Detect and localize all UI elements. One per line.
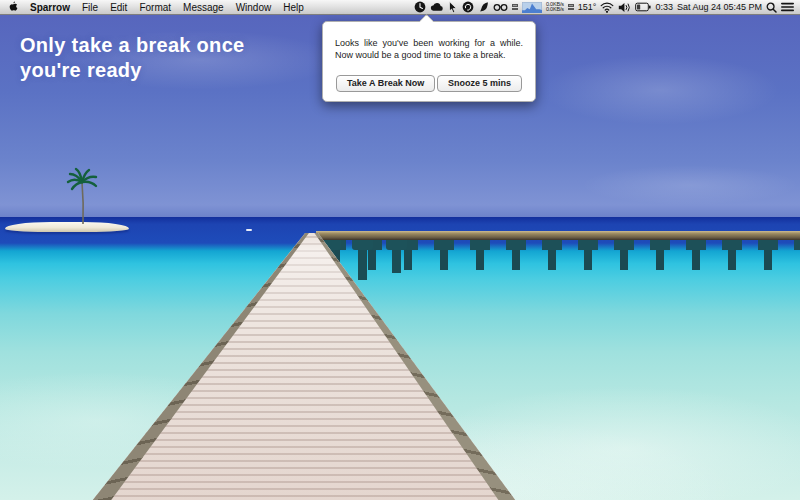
snooze-button[interactable]: Snooze 5 mins [437, 75, 522, 92]
timer-label[interactable]: 0:33 [655, 2, 673, 12]
spotlight-search-icon[interactable] [766, 0, 777, 14]
timeout-clock-icon[interactable] [414, 0, 426, 14]
menu-message[interactable]: Message [183, 2, 224, 13]
meter-icon[interactable] [512, 4, 518, 10]
desktop-screen: Only take a break once you're ready Spar… [0, 0, 800, 500]
binoculars-icon[interactable] [493, 0, 508, 14]
cloud-icon[interactable] [430, 0, 444, 14]
pier-pylon [358, 240, 367, 280]
pier-pylon-stems [318, 250, 800, 270]
popover-message-line1: Looks like you've been working for a whi… [335, 37, 523, 49]
meter-icon[interactable] [568, 4, 574, 10]
menu-help[interactable]: Help [283, 2, 304, 13]
palm-tree [62, 166, 104, 226]
popover-buttons: Take A Break Now Snooze 5 mins [336, 75, 522, 92]
popover-message-line2: Now would be a good time to take a break… [335, 49, 523, 61]
network-graph-icon[interactable] [522, 0, 542, 14]
desktop-headline: Only take a break once you're ready [20, 33, 244, 83]
headline-line2: you're ready [20, 58, 244, 83]
break-popover: Looks like you've been working for a whi… [322, 21, 536, 102]
headline-line1: Only take a break once [20, 33, 244, 58]
menu-format[interactable]: Format [139, 2, 171, 13]
menu-bar-status: 0.0KB/s 0.0KB/s 151° [414, 0, 794, 14]
temperature-label[interactable]: 151° [578, 2, 597, 12]
apple-icon[interactable] [8, 0, 18, 14]
pier-pylon [392, 240, 401, 273]
pier-pylon [326, 240, 335, 286]
wifi-icon[interactable] [600, 0, 614, 14]
pier-deck [316, 231, 800, 240]
menu-app-name[interactable]: Sparrow [30, 2, 70, 13]
battery-icon[interactable] [635, 0, 651, 14]
network-down-label: 0.0KB/s [546, 7, 564, 13]
cursor-icon[interactable] [448, 0, 458, 14]
network-speed-stack[interactable]: 0.0KB/s 0.0KB/s [546, 2, 564, 13]
distant-boat [246, 229, 252, 231]
clock-date-label[interactable]: Sat Aug 24 05:45 PM [677, 2, 762, 12]
menu-window[interactable]: Window [236, 2, 272, 13]
menu-edit[interactable]: Edit [110, 2, 127, 13]
menu-bar: Sparrow File Edit Format Message Window … [0, 0, 800, 15]
menu-file[interactable]: File [82, 2, 98, 13]
take-break-button[interactable]: Take A Break Now [336, 75, 435, 92]
quill-icon[interactable] [478, 0, 489, 14]
popover-message: Looks like you've been working for a whi… [323, 22, 535, 61]
upload-circle-icon[interactable] [462, 0, 474, 14]
volume-icon[interactable] [618, 0, 631, 14]
menu-bar-left: Sparrow File Edit Format Message Window … [8, 0, 304, 14]
notification-center-icon[interactable] [781, 0, 794, 14]
